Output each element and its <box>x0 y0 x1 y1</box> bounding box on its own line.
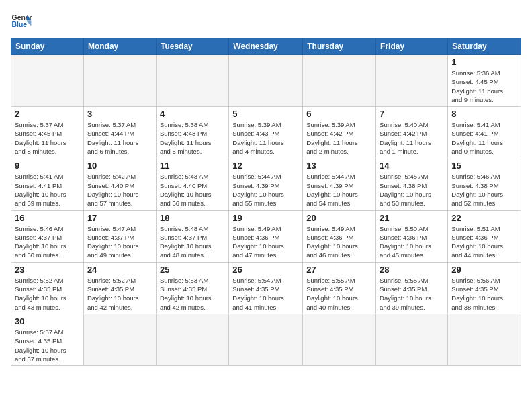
day-info: Sunrise: 5:39 AM Sunset: 4:43 PM Dayligh… <box>232 120 299 156</box>
day-info: Sunrise: 5:39 AM Sunset: 4:42 PM Dayligh… <box>306 120 372 156</box>
day-info: Sunrise: 5:44 AM Sunset: 4:39 PM Dayligh… <box>232 172 299 208</box>
calendar-cell: 6Sunrise: 5:39 AM Sunset: 4:42 PM Daylig… <box>303 107 376 158</box>
day-info: Sunrise: 5:36 AM Sunset: 4:45 PM Dayligh… <box>451 68 517 104</box>
calendar-cell: 10Sunrise: 5:42 AM Sunset: 4:40 PM Dayli… <box>83 158 156 210</box>
calendar-cell: 26Sunrise: 5:54 AM Sunset: 4:35 PM Dayli… <box>229 262 303 314</box>
day-info: Sunrise: 5:57 AM Sunset: 4:35 PM Dayligh… <box>15 328 80 363</box>
day-info: Sunrise: 5:46 AM Sunset: 4:38 PM Dayligh… <box>451 172 517 208</box>
day-info: Sunrise: 5:41 AM Sunset: 4:41 PM Dayligh… <box>451 120 517 156</box>
calendar-cell: 3Sunrise: 5:37 AM Sunset: 4:44 PM Daylig… <box>83 107 156 158</box>
day-info: Sunrise: 5:37 AM Sunset: 4:44 PM Dayligh… <box>87 120 152 156</box>
calendar-cell <box>376 314 448 365</box>
day-info: Sunrise: 5:56 AM Sunset: 4:35 PM Dayligh… <box>451 276 517 312</box>
day-number: 13 <box>306 161 372 171</box>
weekday-header-sunday: Sunday <box>11 38 84 55</box>
calendar-week-row: 1Sunrise: 5:36 AM Sunset: 4:45 PM Daylig… <box>11 55 521 107</box>
day-info: Sunrise: 5:44 AM Sunset: 4:39 PM Dayligh… <box>306 172 372 208</box>
calendar-cell: 16Sunrise: 5:46 AM Sunset: 4:37 PM Dayli… <box>11 210 84 262</box>
day-number: 5 <box>232 109 299 119</box>
calendar-cell: 22Sunrise: 5:51 AM Sunset: 4:36 PM Dayli… <box>448 210 521 262</box>
day-info: Sunrise: 5:49 AM Sunset: 4:36 PM Dayligh… <box>306 224 372 260</box>
calendar-cell <box>156 314 228 365</box>
day-number: 28 <box>380 265 444 275</box>
day-number: 26 <box>232 265 299 275</box>
calendar-cell: 12Sunrise: 5:44 AM Sunset: 4:39 PM Dayli… <box>229 158 303 210</box>
calendar-cell: 19Sunrise: 5:49 AM Sunset: 4:36 PM Dayli… <box>229 210 303 262</box>
weekday-header-friday: Friday <box>376 38 448 55</box>
calendar-table: SundayMondayTuesdayWednesdayThursdayFrid… <box>11 38 521 366</box>
calendar-cell <box>83 55 156 107</box>
day-number: 2 <box>15 109 80 119</box>
weekday-header-tuesday: Tuesday <box>156 38 228 55</box>
calendar-cell <box>229 314 303 365</box>
day-info: Sunrise: 5:55 AM Sunset: 4:35 PM Dayligh… <box>306 276 372 312</box>
day-info: Sunrise: 5:41 AM Sunset: 4:41 PM Dayligh… <box>15 172 80 208</box>
calendar-cell: 7Sunrise: 5:40 AM Sunset: 4:42 PM Daylig… <box>376 107 448 158</box>
calendar-cell <box>229 55 303 107</box>
day-number: 19 <box>232 213 299 223</box>
day-number: 12 <box>232 161 299 171</box>
day-number: 24 <box>87 265 152 275</box>
calendar-cell: 27Sunrise: 5:55 AM Sunset: 4:35 PM Dayli… <box>303 262 376 314</box>
calendar-cell: 25Sunrise: 5:53 AM Sunset: 4:35 PM Dayli… <box>156 262 228 314</box>
day-info: Sunrise: 5:40 AM Sunset: 4:42 PM Dayligh… <box>380 120 444 156</box>
day-info: Sunrise: 5:45 AM Sunset: 4:38 PM Dayligh… <box>380 172 444 208</box>
weekday-header-monday: Monday <box>83 38 156 55</box>
day-number: 23 <box>15 265 80 275</box>
day-number: 10 <box>87 161 152 171</box>
day-info: Sunrise: 5:49 AM Sunset: 4:36 PM Dayligh… <box>232 224 299 260</box>
header: General Blue <box>11 11 521 32</box>
day-info: Sunrise: 5:52 AM Sunset: 4:35 PM Dayligh… <box>87 276 152 312</box>
svg-marker-3 <box>27 21 31 26</box>
calendar-cell <box>303 314 376 365</box>
calendar-cell: 14Sunrise: 5:45 AM Sunset: 4:38 PM Dayli… <box>376 158 448 210</box>
calendar-cell: 2Sunrise: 5:37 AM Sunset: 4:45 PM Daylig… <box>11 107 84 158</box>
calendar-week-row: 30Sunrise: 5:57 AM Sunset: 4:35 PM Dayli… <box>11 314 521 365</box>
day-info: Sunrise: 5:51 AM Sunset: 4:36 PM Dayligh… <box>451 224 517 260</box>
calendar-cell <box>448 314 521 365</box>
day-info: Sunrise: 5:54 AM Sunset: 4:35 PM Dayligh… <box>232 276 299 312</box>
day-number: 1 <box>451 57 517 67</box>
day-number: 11 <box>160 161 225 171</box>
day-info: Sunrise: 5:50 AM Sunset: 4:36 PM Dayligh… <box>380 224 444 260</box>
calendar-cell: 4Sunrise: 5:38 AM Sunset: 4:43 PM Daylig… <box>156 107 228 158</box>
page: General Blue SundayMondayTuesdayWednesda… <box>0 0 532 411</box>
calendar-cell: 5Sunrise: 5:39 AM Sunset: 4:43 PM Daylig… <box>229 107 303 158</box>
day-info: Sunrise: 5:47 AM Sunset: 4:37 PM Dayligh… <box>87 224 152 260</box>
calendar-cell <box>83 314 156 365</box>
day-number: 22 <box>451 213 517 223</box>
day-number: 20 <box>306 213 372 223</box>
day-number: 21 <box>380 213 444 223</box>
day-info: Sunrise: 5:46 AM Sunset: 4:37 PM Dayligh… <box>15 224 80 260</box>
svg-text:Blue: Blue <box>12 21 28 28</box>
calendar-cell: 20Sunrise: 5:49 AM Sunset: 4:36 PM Dayli… <box>303 210 376 262</box>
day-info: Sunrise: 5:42 AM Sunset: 4:40 PM Dayligh… <box>87 172 152 208</box>
calendar-week-row: 16Sunrise: 5:46 AM Sunset: 4:37 PM Dayli… <box>11 210 521 262</box>
day-number: 29 <box>451 265 517 275</box>
day-number: 27 <box>306 265 372 275</box>
weekday-header-wednesday: Wednesday <box>229 38 303 55</box>
calendar-cell: 30Sunrise: 5:57 AM Sunset: 4:35 PM Dayli… <box>11 314 84 365</box>
calendar-cell: 9Sunrise: 5:41 AM Sunset: 4:41 PM Daylig… <box>11 158 84 210</box>
weekday-header-saturday: Saturday <box>448 38 521 55</box>
calendar-cell: 18Sunrise: 5:48 AM Sunset: 4:37 PM Dayli… <box>156 210 228 262</box>
calendar-cell: 17Sunrise: 5:47 AM Sunset: 4:37 PM Dayli… <box>83 210 156 262</box>
calendar-cell: 11Sunrise: 5:43 AM Sunset: 4:40 PM Dayli… <box>156 158 228 210</box>
calendar-cell: 13Sunrise: 5:44 AM Sunset: 4:39 PM Dayli… <box>303 158 376 210</box>
day-number: 3 <box>87 109 152 119</box>
day-info: Sunrise: 5:55 AM Sunset: 4:35 PM Dayligh… <box>380 276 444 312</box>
weekday-header-row: SundayMondayTuesdayWednesdayThursdayFrid… <box>11 38 521 55</box>
day-number: 15 <box>451 161 517 171</box>
calendar-cell <box>156 55 228 107</box>
day-info: Sunrise: 5:43 AM Sunset: 4:40 PM Dayligh… <box>160 172 225 208</box>
logo-icon: General Blue <box>11 11 32 32</box>
day-number: 17 <box>87 213 152 223</box>
calendar-cell: 1Sunrise: 5:36 AM Sunset: 4:45 PM Daylig… <box>448 55 521 107</box>
day-number: 4 <box>160 109 225 119</box>
day-number: 7 <box>380 109 444 119</box>
day-info: Sunrise: 5:37 AM Sunset: 4:45 PM Dayligh… <box>15 120 80 156</box>
day-info: Sunrise: 5:48 AM Sunset: 4:37 PM Dayligh… <box>160 224 225 260</box>
day-number: 30 <box>15 316 80 326</box>
calendar-cell <box>376 55 448 107</box>
day-number: 18 <box>160 213 225 223</box>
